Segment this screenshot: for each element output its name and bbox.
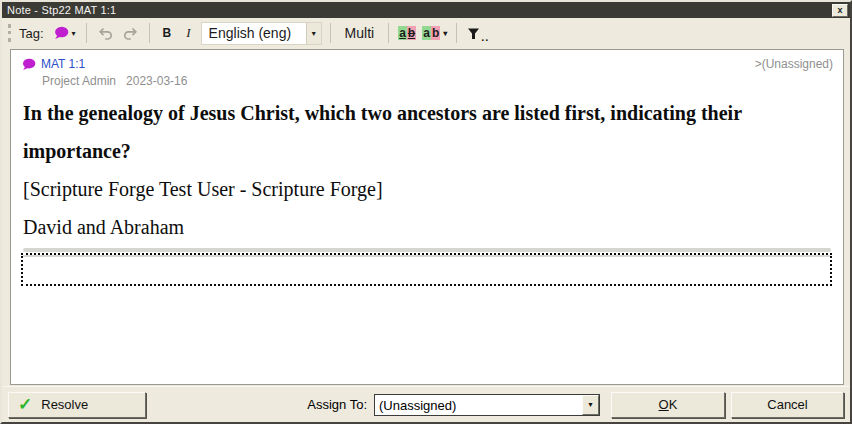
bold-button[interactable]: B [156,23,179,43]
note-dialog-window: Note - Stp22 MAT 1:1 x Tag: ▾ [0,0,852,424]
assign-group: Assign To: (Unassigned) ▼ [307,394,600,416]
undo-button[interactable] [93,23,118,44]
close-icon: x [837,6,842,15]
tag-label: Tag: [19,26,44,41]
footer-bar: ✓ Resolve Assign To: (Unassigned) ▼ OK C… [2,386,850,422]
note-question-text: In the genealogy of Jesus Christ, which … [23,94,833,170]
highlight-color-button[interactable]: ab ▾ [419,24,450,42]
filter-icon [467,27,480,40]
assignee-dropdown-value: (Unassigned) [375,395,582,415]
chevron-down-icon[interactable]: ▼ [306,23,321,44]
cancel-button[interactable]: Cancel [731,392,844,418]
titlebar[interactable]: Note - Stp22 MAT 1:1 x [2,2,850,18]
language-select[interactable]: English (eng) ▼ [201,22,322,45]
reply-field-frame [21,253,832,286]
highlight-a-glyph: a [422,26,431,40]
close-button[interactable]: x [832,4,848,17]
toolbar-separator [149,23,150,43]
dropdown-arrow-glyph: ▼ [587,401,594,408]
window-title: Note - Stp22 MAT 1:1 [7,3,832,18]
note-header: MAT 1:1 >(Unassigned) [21,57,833,71]
language-select-value: English (eng) [202,23,306,44]
filter-button[interactable]: .. [463,24,493,43]
toolbar-separator [330,23,331,43]
multi-button[interactable]: Multi [337,22,383,44]
note-date: 2023-03-16 [126,74,187,88]
clear-highlight-button[interactable]: ab [395,24,419,42]
note-content-panel: MAT 1:1 >(Unassigned) Project Admin2023-… [10,49,844,385]
ok-button-rest: K [669,397,678,412]
highlight-a-glyph: a [398,26,407,40]
highlight-b-glyph: b [431,26,440,40]
undo-icon [97,26,114,41]
content-frame: MAT 1:1 >(Unassigned) Project Admin2023-… [2,48,850,386]
toolbar-separator [86,23,87,43]
toolbar-grip-handle[interactable] [8,24,11,42]
tag-dropdown-button[interactable]: ▾ [49,23,80,43]
resolve-button-label: Resolve [41,397,88,412]
reply-input[interactable] [23,255,830,284]
assign-to-label: Assign To: [307,397,367,412]
toolbar-separator [388,23,389,43]
assignment-status: >(Unassigned) [755,57,833,71]
highlight-b-strike-glyph: b [407,26,416,40]
note-author: Project Admin [42,74,116,88]
check-icon: ✓ [18,396,32,413]
assignee-dropdown[interactable]: (Unassigned) ▼ [374,394,600,416]
reply-divider [23,248,831,252]
note-meta: Project Admin2023-03-16 [42,74,833,88]
ok-button-key: O [659,397,669,412]
scripture-reference-link[interactable]: MAT 1:1 [41,57,85,71]
note-body: In the genealogy of Jesus Christ, which … [23,94,833,246]
redo-button[interactable] [118,23,143,44]
resolve-button[interactable]: ✓ Resolve [8,392,146,418]
note-attribution-text: [Scripture Forge Test User - Scripture F… [23,170,833,208]
chevron-down-icon: ▾ [72,29,76,38]
chevron-down-icon: ▾ [443,29,447,38]
toolbar: Tag: ▾ [2,18,850,48]
filter-dots: .. [481,34,489,40]
ok-button[interactable]: OK [611,392,725,418]
comment-tag-icon [53,26,69,40]
comment-note-icon [21,58,36,71]
note-answer-text: David and Abraham [23,208,833,246]
redo-icon [122,26,139,41]
italic-button[interactable]: I [178,22,198,44]
toolbar-separator [456,23,457,43]
chevron-down-icon[interactable]: ▼ [582,395,599,415]
